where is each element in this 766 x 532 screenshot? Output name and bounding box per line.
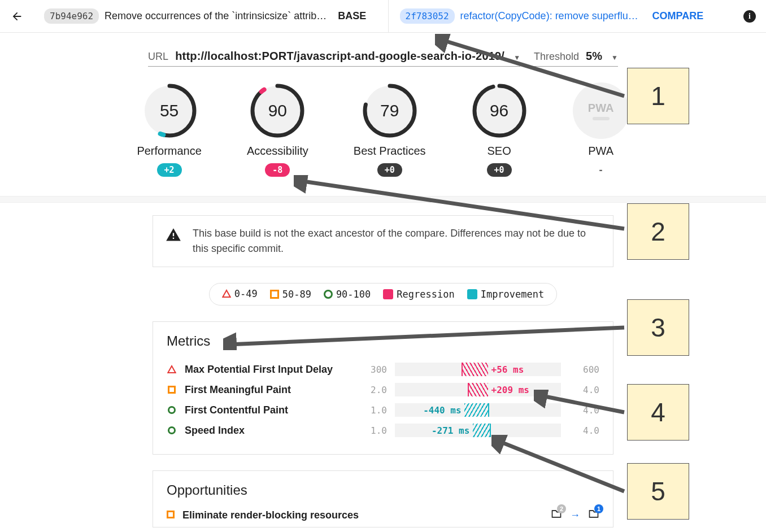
legend-90-100: 90-100	[324, 289, 371, 300]
compare-hash: 2f783052	[400, 8, 455, 24]
square-icon	[270, 290, 279, 299]
chevron-down-icon: ▼	[513, 54, 520, 62]
gauge-delta: -8	[265, 163, 290, 177]
metric-row[interactable]: Speed Index1.0-271 ms4.0	[167, 420, 599, 441]
gauge-delta: -	[589, 163, 613, 177]
header-divider	[388, 0, 389, 33]
metrics-card: Metrics Max Potential First Input Delay3…	[153, 321, 613, 455]
annotation-2: 2	[627, 203, 689, 260]
threshold-value: 5%	[586, 50, 602, 63]
gauge-score: 90	[249, 82, 306, 139]
metric-delta: -440 ms	[423, 405, 461, 416]
gauge-delta: +2	[157, 163, 182, 177]
gauge-delta: +0	[377, 163, 402, 177]
metric-row[interactable]: Max Potential First Input Delay300+56 ms…	[167, 359, 599, 380]
warning-text: This base build is not the exact ancesto…	[193, 226, 600, 256]
score-legend: 0-49 50-89 90-100 Regression Improvement	[209, 283, 558, 306]
compare-role: COMPARE	[652, 10, 704, 22]
legend-improvement: Improvement	[467, 289, 545, 300]
chevron-down-icon: ▼	[611, 54, 618, 62]
gauge-ring: 55	[141, 82, 198, 139]
metric-max: 4.0	[569, 385, 599, 395]
regression-swatch	[383, 289, 393, 299]
gauge-performance[interactable]: 55 Performance+2	[137, 82, 202, 177]
threshold-label: Threshold	[534, 51, 579, 63]
metric-min: 1.0	[356, 425, 387, 436]
gauge-pwa[interactable]: PWAPWA-	[573, 82, 629, 177]
gauge-score: 55	[141, 82, 198, 139]
warning-icon	[166, 227, 181, 247]
opportunities-card: Opportunities Eliminate render-blocking …	[153, 470, 613, 527]
gauge-label: SEO	[488, 145, 511, 158]
compare-message: refactor(CopyCode): remove superfluous a…	[460, 10, 641, 22]
legend-regression: Regression	[383, 289, 454, 300]
gauge-ring: 90	[249, 82, 306, 139]
url-label: URL	[148, 51, 168, 63]
annotation-1: 1	[627, 68, 689, 124]
info-button[interactable]: i	[743, 10, 756, 23]
compare-report-icon[interactable]: 1	[588, 508, 599, 522]
metric-bar: -271 ms	[395, 424, 561, 437]
metric-min: 300	[356, 364, 387, 375]
metric-delta: +56 ms	[491, 364, 524, 375]
metric-max: 4.0	[569, 405, 599, 416]
base-report-icon[interactable]: 2	[551, 508, 562, 522]
gauge-seo[interactable]: 96 SEO+0	[471, 82, 528, 177]
section-separator	[0, 196, 766, 203]
top-bar: 7b94e962 Remove occurrences of the `intr…	[0, 0, 766, 33]
url-threshold-row: URL http://localhost:PORT/javascript-and…	[0, 50, 766, 67]
compare-commit[interactable]: 2f783052 refactor(CopyCode): remove supe…	[400, 8, 733, 24]
gauge-label: Accessibility	[247, 145, 308, 158]
arrow-right-icon: →	[570, 509, 580, 521]
opportunities-heading: Opportunities	[167, 482, 599, 498]
circle-icon	[324, 290, 333, 299]
url-selector[interactable]: URL http://localhost:PORT/javascript-and…	[148, 50, 520, 67]
threshold-selector[interactable]: Threshold 5% ▼	[534, 50, 618, 67]
gauge-best-practices[interactable]: 79 Best Practices+0	[354, 82, 426, 177]
metric-row[interactable]: First Contentful Paint1.0-440 ms4.0	[167, 400, 599, 420]
annotation-4: 4	[627, 384, 689, 441]
gauge-score: 79	[362, 82, 418, 139]
metric-name: First Contentful Paint	[185, 404, 349, 416]
gauge-label: Performance	[137, 145, 202, 158]
metric-row[interactable]: First Meaningful Paint2.0+209 ms4.0	[167, 380, 599, 400]
legend-0-49: 0-49	[222, 288, 258, 300]
metric-delta: +209 ms	[491, 385, 529, 395]
base-role: BASE	[338, 10, 366, 22]
base-commit[interactable]: 7b94e962 Remove occurrences of the `intr…	[44, 8, 377, 24]
metric-delta: -271 ms	[432, 425, 469, 436]
back-button[interactable]	[10, 10, 24, 23]
opportunity-row[interactable]: Eliminate render-blocking resources2→1	[167, 508, 599, 522]
metric-max: 600	[569, 364, 599, 375]
base-hash: 7b94e962	[44, 8, 99, 24]
metric-shape-icon	[167, 406, 177, 414]
gauge-accessibility[interactable]: 90 Accessibility-8	[247, 82, 308, 177]
metric-shape-icon	[167, 386, 177, 394]
metric-name: First Meaningful Paint	[185, 384, 349, 396]
metric-shape-icon	[167, 365, 177, 374]
legend-50-89: 50-89	[270, 289, 311, 300]
arrow-left-icon	[11, 10, 23, 23]
pwa-icon: PWA	[573, 82, 629, 139]
gauge-ring: 79	[362, 82, 418, 139]
metric-bar: -440 ms	[395, 403, 561, 417]
gauge-ring: 96	[471, 82, 528, 139]
metric-min: 1.0	[356, 405, 387, 416]
improvement-swatch	[467, 289, 477, 299]
base-message: Remove occurrences of the `intrinsicsize…	[105, 10, 327, 22]
url-value: http://localhost:PORT/javascript-and-goo…	[175, 50, 504, 63]
gauge-score: 96	[471, 82, 528, 139]
metric-name: Speed Index	[185, 425, 349, 437]
ancestor-warning: This base build is not the exact ancesto…	[153, 215, 613, 267]
metric-bar: +56 ms	[395, 363, 561, 376]
gauge-delta: +0	[487, 163, 512, 177]
metric-name: Max Potential First Input Delay	[185, 364, 349, 376]
annotation-5: 5	[627, 463, 689, 520]
annotation-3: 3	[627, 299, 689, 356]
metric-shape-icon	[167, 426, 177, 434]
metric-min: 2.0	[356, 385, 387, 395]
triangle-icon	[222, 289, 231, 300]
metric-bar: +209 ms	[395, 383, 561, 396]
metric-max: 4.0	[569, 425, 599, 436]
gauge-label: PWA	[588, 145, 613, 158]
